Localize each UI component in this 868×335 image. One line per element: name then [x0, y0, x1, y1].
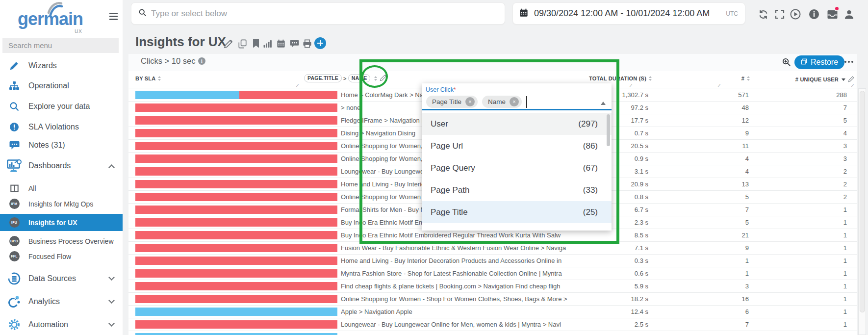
chevron-down-icon[interactable]	[108, 320, 115, 327]
dropdown-scrollbar-thumb[interactable]	[607, 114, 610, 146]
sidebar-item-business-process-overview[interactable]: BPOBusiness Process Overview	[0, 232, 123, 250]
sidebar-item-label: Insights for UX	[28, 219, 77, 227]
calendar-icon	[519, 8, 528, 19]
more-options-icon[interactable]	[844, 61, 855, 64]
date-range-text: 09/30/2024 12:00 AM - 10/01/2024 12:00 A…	[534, 8, 710, 19]
sla-bar	[135, 295, 337, 303]
search-icon	[138, 8, 147, 19]
chevron-up-icon[interactable]	[108, 164, 115, 171]
sidebar-item-operational[interactable]: Operational	[0, 77, 123, 95]
table-row[interactable]: Home and Living - Buy Interior Decoratio…	[128, 255, 857, 267]
column-resize-handle[interactable]: ∕∕	[852, 83, 853, 88]
dropdown-option-user[interactable]: User(297)	[422, 113, 612, 135]
table-row[interactable]	[128, 331, 857, 335]
sidebar-item-explore-your-data[interactable]: Explore your data	[0, 97, 123, 116]
column-header-unique-user[interactable]: # UNIQUE USER	[795, 76, 855, 83]
bar-segment-violation	[135, 295, 337, 303]
dropdown-option-page-url[interactable]: Page Url(86)	[422, 135, 612, 157]
text-caret[interactable]	[526, 96, 527, 108]
row-count: 3	[719, 280, 749, 292]
chip-remove-icon[interactable]: ×	[465, 97, 475, 106]
row-unique-users: 288	[822, 89, 847, 101]
zoom-in-icon[interactable]	[782, 57, 791, 69]
sidebar-item-label: Insights for Mktg Ops	[28, 200, 93, 208]
table-row[interactable]: Fusion Wear - Buy Fashionable Ethnic & W…	[128, 242, 857, 255]
alert-icon	[0, 122, 28, 132]
table-row[interactable]: Apple > Navigation Apple12.4 s61	[128, 306, 857, 318]
sla-bar	[135, 218, 337, 227]
date-range-picker[interactable]: 09/30/2024 12:00 AM - 10/01/2024 12:00 A…	[512, 2, 745, 25]
chart-bars-icon[interactable]	[263, 39, 273, 49]
add-icon[interactable]	[314, 37, 326, 49]
sidebar-item-dashboards[interactable]: Dashboards	[0, 156, 123, 175]
calendar-icon[interactable]	[276, 39, 286, 49]
dropdown-field-label: User Click*	[426, 86, 456, 93]
chip-remove-icon[interactable]: ×	[510, 97, 519, 106]
sidebar-item-focused-flow[interactable]: FFLFocused Flow	[0, 248, 123, 265]
table-row[interactable]: Loungewear - Buy Loungewear Online for M…	[128, 318, 857, 331]
sidebar-item-data-sources[interactable]: Data Sources	[0, 269, 123, 288]
vertical-scrollbar[interactable]	[858, 88, 866, 335]
inbox-icon[interactable]	[826, 8, 839, 21]
sort-icon	[158, 76, 161, 81]
dropdown-options-list: User(297)Page Url(86)Page Query(67)Page …	[422, 113, 612, 223]
scrollbar-thumb[interactable]	[860, 91, 865, 312]
comment-icon[interactable]	[289, 39, 299, 49]
row-unique-users: 1	[822, 229, 847, 241]
column-header-total-duration[interactable]: TOTAL DURATION (S)	[589, 76, 652, 81]
dropdown-option-page-title[interactable]: Page Title(25)	[422, 201, 612, 223]
edit-icon[interactable]	[223, 39, 233, 49]
refresh-icon[interactable]	[757, 8, 769, 21]
sort-icon[interactable]	[374, 76, 377, 81]
sidebar-item-wizards[interactable]: Wizards	[0, 56, 123, 75]
info-icon[interactable]	[808, 8, 820, 21]
edit-columns-icon[interactable]	[380, 74, 387, 82]
sidebar-item-analytics[interactable]: Analytics	[0, 292, 123, 311]
bookmark-icon[interactable]	[251, 39, 261, 49]
sidebar-item-all[interactable]: All	[0, 180, 123, 197]
sidebar-item-notes-31-[interactable]: Notes (31)	[0, 136, 123, 155]
user-icon[interactable]	[842, 8, 855, 21]
column-resize-handle[interactable]: ∕∕	[631, 83, 631, 88]
sidebar-item-insights-for-mktg-ops[interactable]: IFMInsights for Mktg Ops	[0, 195, 123, 212]
group-pill-page-title[interactable]: PAGE.TITLE	[304, 74, 342, 82]
chip-page-title[interactable]: Page Title×	[426, 96, 478, 108]
sidebar-item-insights-for-ux[interactable]: IFUInsights for UX	[0, 214, 123, 231]
column-resize-handle[interactable]: ∕∕	[297, 83, 298, 88]
chevron-down-icon[interactable]	[108, 274, 115, 281]
fullscreen-icon[interactable]	[773, 8, 786, 21]
dropdown-option-page-path[interactable]: Page Path(33)	[422, 179, 612, 201]
hamburger-menu-icon[interactable]	[109, 13, 118, 22]
collapse-arrow-icon[interactable]	[601, 102, 606, 105]
chip-label: Page Title	[432, 98, 461, 105]
option-label: Page Path	[431, 185, 469, 195]
column-header-count[interactable]: #	[741, 76, 750, 81]
chevron-down-icon[interactable]	[108, 297, 115, 304]
edit-column-icon[interactable]	[848, 76, 855, 83]
table-row[interactable]: Myntra Fashion Store - Shop for Latest F…	[128, 267, 857, 280]
row-count: 7	[719, 204, 749, 216]
table-row[interactable]: Find cheap flights & plane tickets | Boo…	[128, 280, 857, 293]
global-search-input[interactable]: Type or select below	[131, 2, 505, 25]
restore-button[interactable]: Restore	[794, 55, 844, 69]
sidebar-item-label: Analytics	[28, 297, 60, 306]
column-header-by-sla[interactable]: BY SLA	[135, 76, 161, 81]
play-icon[interactable]	[789, 8, 802, 21]
table-row[interactable]: Buy Indo Era Ethnic Motif Embroidered Re…	[128, 229, 857, 242]
table-row[interactable]: Online Shopping for Women - Shop For Wom…	[128, 293, 857, 306]
row-total-duration: 12.4 s	[604, 306, 648, 318]
bar-segment-violation	[135, 320, 337, 329]
sidebar-item-automation[interactable]: Automation	[0, 315, 123, 334]
sidebar-item-sla-violations[interactable]: SLA Violations	[0, 118, 123, 136]
dropdown-option-page-query[interactable]: Page Query(67)	[422, 157, 612, 179]
sidebar-search-input[interactable]: Search menu	[2, 38, 119, 53]
chip-name[interactable]: Name×	[482, 96, 522, 108]
group-pill-name[interactable]: NAME	[348, 74, 371, 82]
info-icon[interactable]: i	[198, 57, 205, 65]
column-resize-handle[interactable]: ∕∕	[719, 83, 719, 88]
copy-icon[interactable]	[237, 39, 247, 49]
bar-segment-violation	[135, 116, 337, 125]
print-icon[interactable]	[302, 39, 312, 49]
row-count: 4	[719, 153, 749, 165]
row-count: 11	[719, 140, 749, 152]
